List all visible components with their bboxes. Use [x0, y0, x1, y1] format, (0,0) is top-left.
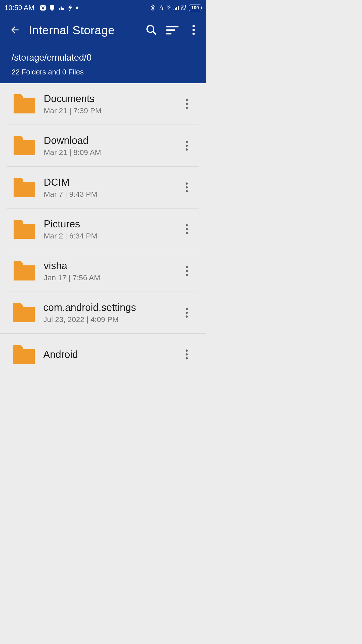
svg-point-13 [192, 33, 195, 35]
item-more-button[interactable] [181, 179, 193, 195]
volte-indicator: VoLTE [159, 5, 164, 10]
item-name: Pictures [44, 218, 172, 230]
svg-point-18 [186, 145, 188, 147]
folder-icon [14, 134, 35, 157]
item-more-button[interactable] [181, 263, 193, 279]
svg-point-15 [186, 103, 188, 105]
svg-rect-8 [166, 26, 178, 27]
svg-point-11 [192, 25, 195, 27]
more-vert-icon [186, 99, 188, 109]
status-time: 10:59 AM [5, 4, 34, 12]
app-bar: Internal Storage [0, 16, 206, 40]
item-meta: Mar 2 | 6:34 PM [44, 232, 172, 240]
svg-point-20 [186, 182, 188, 185]
svg-point-21 [186, 186, 188, 189]
svg-point-34 [186, 357, 188, 359]
list-item[interactable]: Pictures Mar 2 | 6:34 PM [7, 209, 199, 250]
status-bar: 10:59 AM VoLTE 4G⇅ 141B/S 10 [0, 0, 206, 16]
sort-icon [166, 25, 178, 35]
bolt-icon [67, 5, 73, 11]
vpn-icon [40, 5, 46, 11]
svg-point-28 [186, 274, 188, 276]
svg-rect-5 [62, 8, 64, 10]
svg-line-7 [153, 31, 156, 34]
item-name: Documents [44, 93, 172, 104]
item-more-button[interactable] [181, 346, 193, 363]
folder-icon [13, 301, 35, 324]
item-name: visha [44, 260, 172, 271]
svg-point-14 [186, 99, 188, 101]
item-meta: Mar 21 | 8:09 AM [44, 148, 172, 157]
svg-point-12 [192, 29, 195, 31]
svg-point-33 [186, 353, 188, 356]
folder-icon [14, 218, 35, 241]
folder-icon [14, 259, 35, 283]
more-vert-icon [186, 308, 188, 318]
bluetooth-icon [150, 5, 156, 11]
svg-rect-9 [166, 29, 175, 31]
svg-point-30 [186, 312, 188, 314]
more-vert-icon [186, 266, 188, 276]
svg-rect-2 [52, 9, 52, 9]
back-button[interactable] [8, 23, 22, 37]
item-name: com.android.settings [43, 302, 172, 313]
svg-rect-1 [52, 6, 52, 8]
shield-alert-icon [49, 5, 55, 11]
current-path: /storage/emulated/0 [12, 52, 194, 63]
overflow-menu-button[interactable] [186, 23, 201, 37]
path-header: /storage/emulated/0 22 Folders and 0 Fil… [0, 40, 206, 83]
list-item[interactable]: com.android.settings Jul 23, 2022 | 4:09… [0, 292, 206, 334]
folder-icon [14, 176, 35, 199]
list-item[interactable]: visha Jan 17 | 7:56 AM [7, 250, 199, 292]
more-vert-icon [186, 141, 188, 151]
item-meta: Mar 21 | 7:39 PM [44, 106, 172, 115]
svg-rect-3 [59, 8, 60, 10]
more-vert-icon [186, 224, 188, 234]
search-button[interactable] [144, 23, 159, 37]
more-vert-icon [186, 182, 188, 192]
svg-point-29 [186, 308, 188, 310]
svg-point-32 [186, 349, 188, 352]
item-name: Android [43, 349, 172, 360]
svg-point-26 [186, 266, 188, 268]
more-vert-icon [192, 25, 195, 35]
chart-icon [58, 5, 64, 11]
item-more-button[interactable] [181, 305, 193, 321]
svg-rect-4 [61, 7, 62, 10]
svg-point-22 [186, 190, 188, 192]
notification-dot-icon [76, 7, 78, 9]
folder-icon [14, 92, 35, 115]
battery-icon: 100 [189, 5, 201, 11]
item-name: Download [44, 135, 172, 146]
item-more-button[interactable] [181, 221, 193, 237]
svg-point-17 [186, 141, 188, 143]
item-meta: Jan 17 | 7:56 AM [44, 273, 172, 282]
svg-point-31 [186, 315, 188, 318]
folder-summary: 22 Folders and 0 Files [12, 68, 194, 76]
sort-button[interactable] [165, 23, 180, 37]
search-icon [146, 24, 157, 36]
item-meta: Mar 7 | 9:43 PM [44, 190, 172, 198]
svg-point-25 [186, 232, 188, 234]
item-name: DCIM [44, 177, 172, 188]
page-title: Internal Storage [29, 23, 138, 37]
network-indicator: 4G⇅ [167, 6, 171, 10]
svg-point-16 [186, 107, 188, 109]
folder-icon [13, 343, 35, 366]
arrow-left-icon [9, 24, 20, 35]
svg-point-23 [186, 224, 188, 226]
svg-rect-10 [166, 33, 171, 34]
svg-point-19 [186, 148, 188, 151]
file-list[interactable]: Documents Mar 21 | 7:39 PM Download Mar … [0, 83, 206, 366]
list-item[interactable]: Documents Mar 21 | 7:39 PM [7, 83, 199, 125]
list-item[interactable]: DCIM Mar 7 | 9:43 PM [7, 167, 199, 209]
list-item[interactable]: Download Mar 21 | 8:09 AM [7, 125, 199, 167]
list-item[interactable]: Android [0, 334, 206, 366]
item-more-button[interactable] [181, 96, 193, 112]
svg-point-27 [186, 270, 188, 272]
item-meta: Jul 23, 2022 | 4:09 PM [43, 315, 172, 324]
signal-icon [173, 5, 179, 10]
speed-indicator: 141B/S [181, 5, 186, 10]
item-more-button[interactable] [181, 138, 193, 154]
more-vert-icon [186, 349, 188, 359]
